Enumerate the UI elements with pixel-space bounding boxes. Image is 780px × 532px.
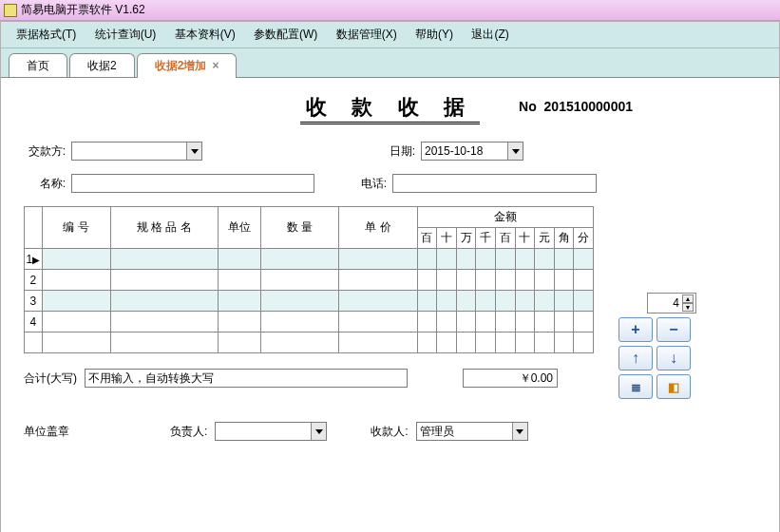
digit-bai: 百 [417, 228, 437, 249]
doc-number: No 201510000001 [519, 99, 633, 114]
date-input[interactable] [422, 142, 507, 160]
digit-jiao: 角 [554, 228, 574, 249]
menu-bar: 票据格式(T) 统计查询(U) 基本资料(V) 参数配置(W) 数据管理(X) … [1, 22, 779, 48]
date-combo[interactable] [421, 142, 523, 161]
row-payer-date: 交款方: 日期: [24, 142, 756, 161]
menu-exit[interactable]: 退出(Z) [464, 25, 516, 45]
chevron-down-icon[interactable] [186, 142, 201, 160]
cashier-combo[interactable] [416, 422, 528, 441]
content-area: 收 款 收 据 No 201510000001 交款方: 日期: 名称: 电话: [1, 77, 779, 532]
minus-icon: − [669, 321, 677, 338]
plus-icon: + [631, 321, 639, 338]
list-icon: ≣ [631, 380, 641, 394]
total-caps-label: 合计(大写) [24, 370, 77, 387]
manager-input[interactable] [216, 423, 311, 440]
total-caps-input[interactable] [85, 369, 408, 388]
cashier-label: 收款人: [371, 424, 408, 440]
table-row[interactable]: 2 [25, 270, 594, 291]
col-amount: 金额 [417, 207, 593, 228]
phone-input[interactable] [392, 174, 597, 193]
row-num: 3 [25, 291, 43, 312]
side-controls: 4 ▲ ▼ + − ↑ ↓ ≣ ◧ [618, 293, 696, 399]
cashier-input[interactable] [417, 423, 512, 440]
tab-receipt2[interactable]: 收据2 [69, 53, 135, 78]
total-amount[interactable] [463, 369, 558, 388]
table-row[interactable]: 4 [25, 312, 594, 332]
row-num: 1▶ [25, 249, 43, 270]
spinner-down-icon[interactable]: ▼ [682, 303, 694, 312]
menu-ticket-format[interactable]: 票据格式(T) [9, 25, 84, 45]
col-name: 规 格 品 名 [110, 207, 218, 249]
close-icon[interactable]: × [212, 59, 219, 72]
row-count-spinner[interactable]: 4 ▲ ▼ [647, 293, 696, 314]
digit-yuan: 元 [535, 228, 555, 249]
doc-no-label: No [519, 99, 537, 114]
doc-header: 收 款 收 据 No 201510000001 [24, 93, 756, 124]
payer-label: 交款方: [24, 143, 66, 160]
table-row[interactable]: 1▶ [25, 249, 594, 270]
menu-basic-data[interactable]: 基本资料(V) [167, 25, 243, 45]
row-name-phone: 名称: 电话: [24, 174, 756, 193]
menu-params[interactable]: 参数配置(W) [246, 25, 325, 45]
col-price: 单 价 [339, 207, 417, 249]
add-row-button[interactable]: + [618, 317, 653, 342]
digit-wan: 万 [456, 228, 476, 249]
tab-strip: 首页 收据2 收据2增加× [1, 48, 779, 77]
row-num: 4 [25, 312, 43, 332]
digit-fen: 分 [574, 228, 594, 249]
chevron-down-icon[interactable] [512, 423, 527, 440]
arrow-down-icon: ↓ [670, 350, 677, 367]
move-down-button[interactable]: ↓ [656, 346, 691, 370]
digit-shi: 十 [437, 228, 457, 249]
name-input[interactable] [71, 174, 314, 193]
spinner-value: 4 [650, 296, 682, 310]
col-unit: 单位 [218, 207, 260, 249]
title-bar: 简易电脑开票软件 V1.62 [0, 0, 780, 21]
footer-row: 单位盖章 负责人: 收款人: [24, 422, 756, 441]
col-rownum [25, 207, 43, 249]
manager-combo[interactable] [215, 422, 327, 441]
stamp-label: 单位盖章 [24, 424, 69, 440]
doc-no-value: 201510000001 [544, 99, 633, 114]
app-title: 简易电脑开票软件 V1.62 [21, 2, 145, 18]
col-qty: 数 量 [261, 207, 339, 249]
list-button[interactable]: ≣ [618, 374, 653, 399]
digit-bai2: 百 [496, 228, 516, 249]
tab-receipt2-add[interactable]: 收据2增加× [137, 53, 238, 78]
menu-data-mgmt[interactable]: 数据管理(X) [329, 25, 405, 45]
tab-label: 收据2 [87, 59, 117, 72]
arrow-up-icon: ↑ [632, 350, 639, 367]
line-items-grid[interactable]: 编 号 规 格 品 名 单位 数 量 单 价 金额 百 十 万 千 百 十 元 … [24, 206, 594, 353]
tab-home[interactable]: 首页 [9, 53, 67, 78]
name-label: 名称: [24, 176, 66, 192]
doc-title: 收 款 收 据 [300, 93, 479, 124]
tab-label: 收据2增加 [155, 59, 207, 72]
table-row[interactable]: 3 [25, 291, 594, 312]
digit-shi2: 十 [515, 228, 535, 249]
chevron-down-icon[interactable] [507, 142, 523, 160]
menu-stats[interactable]: 统计查询(U) [87, 25, 164, 45]
payer-input[interactable] [72, 142, 186, 160]
payer-combo[interactable] [71, 142, 202, 161]
date-label: 日期: [373, 143, 415, 160]
image-icon: ◧ [668, 380, 679, 394]
move-up-button[interactable]: ↑ [618, 346, 653, 370]
menu-help[interactable]: 帮助(Y) [408, 25, 461, 45]
phone-label: 电话: [345, 176, 387, 192]
manager-label: 负责人: [170, 424, 207, 440]
chevron-down-icon[interactable] [311, 423, 326, 440]
row-num: 2 [25, 270, 43, 291]
app-icon [4, 4, 17, 17]
window-body: 票据格式(T) 统计查询(U) 基本资料(V) 参数配置(W) 数据管理(X) … [0, 21, 780, 532]
sum-row [25, 332, 594, 353]
remove-row-button[interactable]: − [656, 317, 691, 342]
image-button[interactable]: ◧ [656, 374, 691, 399]
digit-qian: 千 [476, 228, 496, 249]
tab-label: 首页 [27, 59, 49, 72]
col-number: 编 号 [42, 207, 110, 249]
spinner-up-icon[interactable]: ▲ [682, 294, 694, 303]
